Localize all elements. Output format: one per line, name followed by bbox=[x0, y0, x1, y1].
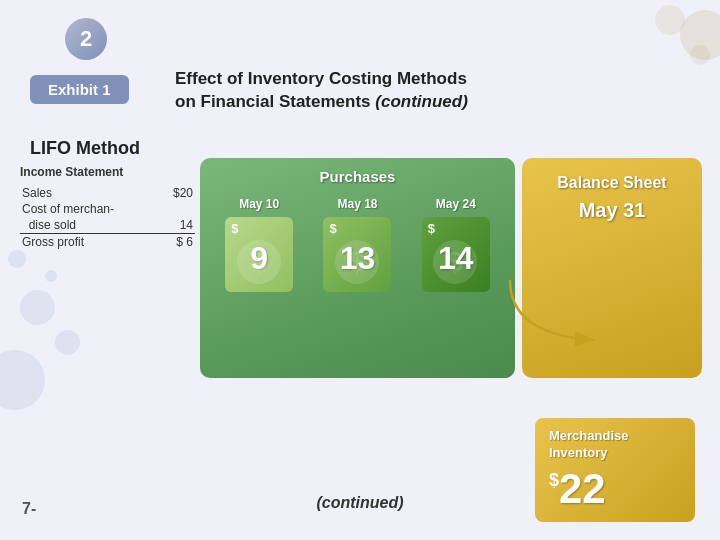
decor-dot-2 bbox=[20, 290, 55, 325]
decor-dot-8 bbox=[690, 45, 710, 65]
income-statement: Income Statement Sales $20 Cost of merch… bbox=[20, 165, 195, 250]
exhibit-label: Exhibit 1 bbox=[30, 75, 129, 104]
decor-dot-1 bbox=[0, 350, 45, 410]
dollar-icon-may18: $ bbox=[330, 237, 385, 287]
merch-amount-row: $ 22 bbox=[549, 468, 681, 510]
decor-dot-4 bbox=[8, 250, 26, 268]
may24-date: May 24 bbox=[436, 197, 476, 211]
gross-profit-value: $ 6 bbox=[160, 234, 195, 251]
gross-profit-label: Gross profit bbox=[20, 234, 160, 251]
cogsline1-label: Cost of merchan- bbox=[20, 201, 160, 217]
price-card-may18: May 18 $ 13 $ bbox=[313, 197, 401, 292]
sales-value: $20 bbox=[160, 185, 195, 201]
decor-dot-5 bbox=[45, 270, 57, 282]
may18-date: May 18 bbox=[337, 197, 377, 211]
may10-date: May 10 bbox=[239, 197, 279, 211]
table-row: Cost of merchan- bbox=[20, 201, 195, 217]
income-statement-table: Sales $20 Cost of merchan- dise sold 14 … bbox=[20, 185, 195, 250]
table-row: Sales $20 bbox=[20, 185, 195, 201]
price-cards-row: May 10 $ 9 $ May 18 $ 13 bbox=[200, 197, 515, 292]
slide: 2 Exhibit 1 Effect of Inventory Costing … bbox=[0, 0, 720, 540]
svg-text:$: $ bbox=[448, 246, 464, 277]
price-card-may10: May 10 $ 9 $ bbox=[215, 197, 303, 292]
balance-sheet-date: May 31 bbox=[579, 199, 646, 222]
decor-dot-3 bbox=[55, 330, 80, 355]
sales-label: Sales bbox=[20, 185, 160, 201]
cogs-value: 14 bbox=[160, 217, 195, 234]
merch-amount: 22 bbox=[559, 468, 606, 510]
table-row: dise sold 14 bbox=[20, 217, 195, 234]
purchases-area: Purchases May 10 $ 9 $ May 18 bbox=[200, 158, 515, 378]
dollar-icon-may10: $ bbox=[232, 237, 287, 287]
balance-sheet-title: Balance Sheet bbox=[557, 173, 666, 194]
connector-arrow bbox=[505, 275, 625, 355]
decor-dot-7 bbox=[655, 5, 685, 35]
merch-inventory-title: MerchandiseInventory bbox=[549, 428, 681, 462]
svg-text:$: $ bbox=[349, 246, 365, 277]
dollar-icon-may24: $ bbox=[428, 237, 483, 287]
merchandise-inventory-card: MerchandiseInventory $ 22 bbox=[535, 418, 695, 522]
table-row: Gross profit $ 6 bbox=[20, 234, 195, 251]
may10-tag: $ 9 $ bbox=[225, 217, 293, 292]
svg-text:$: $ bbox=[251, 246, 267, 277]
income-statement-title: Income Statement bbox=[20, 165, 195, 179]
section-heading: LIFO Method bbox=[30, 138, 140, 159]
purchases-label: Purchases bbox=[320, 168, 396, 185]
may18-tag: $ 13 $ bbox=[323, 217, 391, 292]
price-card-may24: May 24 $ 14 $ bbox=[412, 197, 500, 292]
may24-tag: $ 14 $ bbox=[422, 217, 490, 292]
merch-dollar-sign: $ bbox=[549, 470, 559, 491]
cogsline2-label: dise sold bbox=[20, 217, 160, 234]
slide-title: Effect of Inventory Costing Methods on F… bbox=[175, 68, 468, 114]
continued-label: (continued) bbox=[316, 494, 403, 512]
step-badge: 2 bbox=[65, 18, 107, 60]
page-number: 7- bbox=[22, 500, 36, 518]
